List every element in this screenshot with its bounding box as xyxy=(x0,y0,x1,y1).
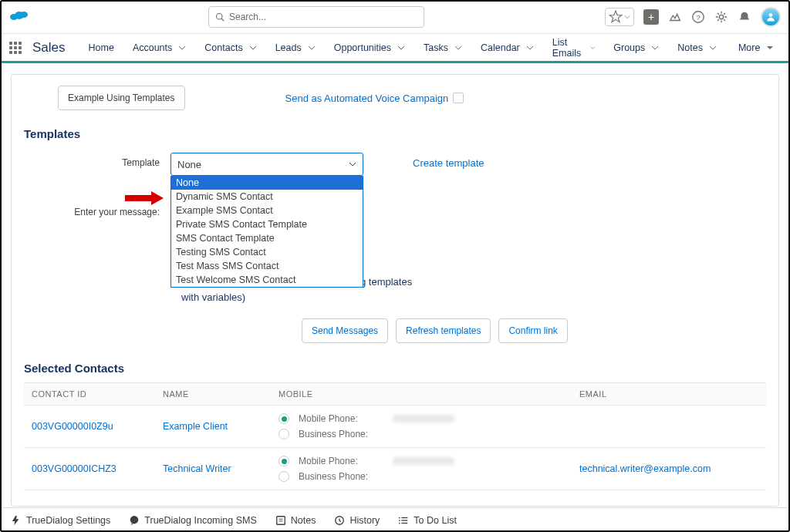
dropdown-option[interactable]: Dynamic SMS Contact xyxy=(171,190,363,204)
blurred-phone xyxy=(393,415,454,423)
annotation-arrow-icon xyxy=(125,190,164,206)
svg-rect-10 xyxy=(277,516,285,524)
nav-list-emails[interactable]: List Emails xyxy=(545,33,603,62)
nav-home[interactable]: Home xyxy=(81,33,122,62)
nav-opportunities[interactable]: Opportunities xyxy=(326,33,413,62)
footer-incoming-sms[interactable]: TrueDialog Incoming SMS xyxy=(129,515,256,526)
contacts-title: Selected Contacts xyxy=(24,362,766,375)
dropdown-option[interactable]: Test Welcome SMS Contact xyxy=(171,273,363,287)
main-content: Example Using Templates Send as Automate… xyxy=(0,63,790,517)
example-templates-button[interactable]: Example Using Templates xyxy=(58,86,185,110)
radio-icon xyxy=(279,413,289,424)
col-header-mobile: MOBILE xyxy=(279,389,579,399)
chevron-down-icon xyxy=(178,44,186,52)
dropdown-option[interactable]: Private SMS Contact Template xyxy=(171,217,363,231)
notes-icon xyxy=(275,515,286,526)
global-actions-icon[interactable]: + xyxy=(643,9,659,25)
svg-point-2 xyxy=(20,12,28,18)
mobile-phone-radio[interactable]: Mobile Phone: xyxy=(279,413,579,424)
svg-point-9 xyxy=(130,515,139,524)
history-icon xyxy=(334,515,345,526)
auto-voice-checkbox[interactable]: Send as Automated Voice Campaign xyxy=(285,93,464,104)
radio-icon xyxy=(279,471,289,482)
col-header-id: CONTACT ID xyxy=(24,389,163,399)
contact-name-link[interactable]: Technical Writer xyxy=(163,463,279,474)
bolt-icon xyxy=(11,515,22,526)
refresh-templates-button[interactable]: Refresh templates xyxy=(396,318,491,343)
nav-contacts[interactable]: Contacts xyxy=(197,33,264,62)
mobile-phone-radio[interactable]: Mobile Phone: xyxy=(279,456,579,466)
chevron-down-icon xyxy=(308,44,316,52)
col-header-email: EMAIL xyxy=(579,389,766,399)
checkbox-icon xyxy=(453,93,464,103)
contact-email-link[interactable]: technical.writer@example.com xyxy=(579,463,766,474)
setup-gear-icon[interactable] xyxy=(714,10,728,24)
trailhead-icon[interactable] xyxy=(668,10,682,24)
svg-line-4 xyxy=(221,19,224,21)
search-placeholder: Search... xyxy=(229,12,266,22)
utility-bar: TrueDialog Settings TrueDialog Incoming … xyxy=(0,507,790,532)
dropdown-option[interactable]: None xyxy=(171,176,363,190)
nav-items: Home Accounts Contacts Leads Opportuniti… xyxy=(81,33,782,62)
dropdown-option[interactable]: Test Mass SMS Contact xyxy=(171,259,363,273)
salesforce-logo xyxy=(9,9,28,25)
sms-icon xyxy=(129,515,140,526)
footer-todo[interactable]: To Do List xyxy=(398,515,457,526)
radio-icon xyxy=(279,429,289,439)
user-avatar[interactable] xyxy=(761,7,781,27)
chevron-down-icon xyxy=(397,44,405,52)
business-phone-radio[interactable]: Business Phone: xyxy=(279,471,579,482)
nav-notes[interactable]: Notes xyxy=(670,33,724,62)
nav-more[interactable]: More xyxy=(731,33,782,62)
chevron-down-icon xyxy=(590,44,596,52)
footer-history[interactable]: History xyxy=(334,515,380,526)
contact-id-link[interactable]: 003VG00000I0Z9u xyxy=(24,421,163,432)
svg-point-17 xyxy=(399,517,400,518)
list-icon xyxy=(398,515,409,526)
svg-point-8 xyxy=(769,13,773,17)
notifications-icon[interactable] xyxy=(738,10,751,24)
contact-name-link[interactable]: Example Client xyxy=(163,421,279,432)
search-input[interactable]: Search... xyxy=(208,6,424,28)
chevron-down-icon xyxy=(651,44,659,52)
dropdown-option[interactable]: SMS Contact Template xyxy=(171,231,363,245)
footer-truedialog-settings[interactable]: TrueDialog Settings xyxy=(11,515,110,526)
svg-point-7 xyxy=(719,15,723,19)
dropdown-option[interactable]: Testing SMS Contact xyxy=(171,245,363,259)
nav-groups[interactable]: Groups xyxy=(606,33,667,62)
confirm-link-button[interactable]: Confirm link xyxy=(498,318,567,343)
contacts-table: CONTACT ID NAME MOBILE EMAIL 003VG00000I… xyxy=(24,382,766,490)
table-row: 003VG00000I0Z9u Example Client Mobile Ph… xyxy=(24,406,766,448)
create-template-link[interactable]: Create template xyxy=(413,153,484,169)
table-row: 003VG00000ICHZ3 Technical Writer Mobile … xyxy=(24,448,766,490)
template-label: Template xyxy=(24,153,170,168)
svg-point-19 xyxy=(399,522,400,524)
app-launcher-icon[interactable] xyxy=(9,42,22,54)
svg-text:?: ? xyxy=(696,12,701,21)
nav-leads[interactable]: Leads xyxy=(268,33,323,62)
chevron-down-icon xyxy=(526,44,534,52)
svg-point-18 xyxy=(399,520,400,521)
nav-tasks[interactable]: Tasks xyxy=(416,33,470,62)
favorites-dropdown[interactable] xyxy=(605,8,634,26)
business-phone-radio[interactable]: Business Phone: xyxy=(279,429,579,439)
col-header-name: NAME xyxy=(163,389,279,399)
nav-calendar[interactable]: Calendar xyxy=(473,33,542,62)
dropdown-option[interactable]: Example SMS Contact xyxy=(171,204,363,217)
chevron-down-icon xyxy=(249,44,257,52)
help-icon[interactable]: ? xyxy=(691,10,705,24)
nav-accounts[interactable]: Accounts xyxy=(125,33,194,62)
chevron-down-icon xyxy=(349,160,356,168)
app-nav: Sales Home Accounts Contacts Leads Oppor… xyxy=(0,34,790,63)
panel-card: Example Using Templates Send as Automate… xyxy=(11,74,779,507)
chevron-down-icon xyxy=(454,44,462,52)
blurred-phone xyxy=(393,457,454,465)
global-header: Search... + ? xyxy=(0,0,790,34)
footer-notes[interactable]: Notes xyxy=(275,515,316,526)
templates-title: Templates xyxy=(24,127,766,140)
template-select[interactable]: None xyxy=(170,153,363,176)
chevron-down-icon xyxy=(709,44,717,52)
template-dropdown: None Dynamic SMS Contact Example SMS Con… xyxy=(170,176,363,288)
contact-id-link[interactable]: 003VG00000ICHZ3 xyxy=(24,463,163,474)
send-messages-button[interactable]: Send Messages xyxy=(302,318,388,343)
